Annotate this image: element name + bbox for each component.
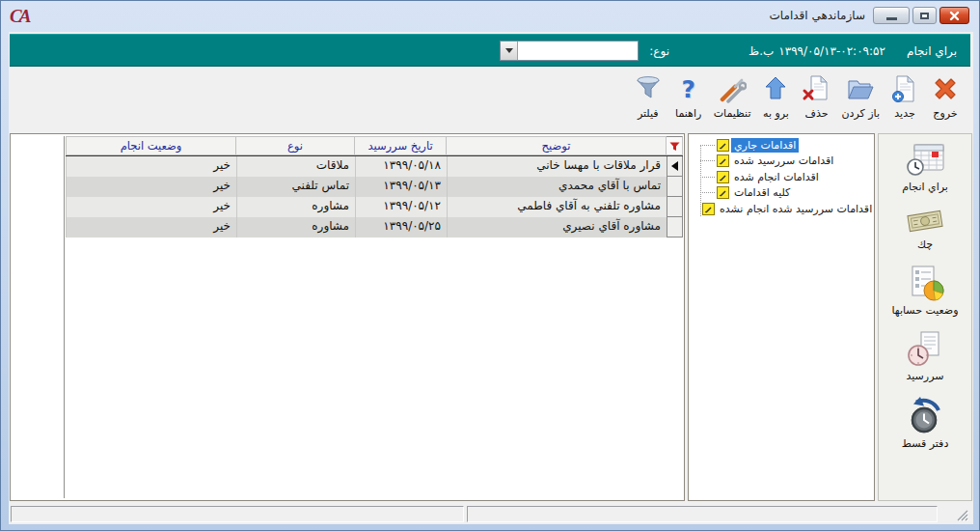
table-row[interactable]: قرار ملاقات با مهسا خاني ۱۳۹۹/۰۵/۱۸ ملاق…	[66, 156, 683, 177]
sidebar-item-cheque[interactable]: چك	[904, 206, 946, 251]
delete-button[interactable]: حذف	[796, 71, 836, 122]
row-indicator	[667, 197, 683, 217]
settings-button[interactable]: تنظيمات	[709, 71, 756, 122]
header-bar: براي انجام ب.ظ ۱۳۹۹/۰۵/۱۳-۰۲:۰۹:۵۲ نوع:	[10, 34, 970, 67]
column-header-type[interactable]: نوع	[236, 136, 355, 155]
tree-item-due-not-done[interactable]: اقدامات سررسيد شده انجام نشده	[692, 201, 871, 217]
cell-description[interactable]: تماس با آقاي محمدي	[447, 177, 667, 197]
new-button[interactable]: جديد	[885, 71, 925, 122]
row-indicator	[667, 177, 683, 197]
column-header-status[interactable]: وضعيت انجام	[66, 136, 236, 155]
tree-item-due-actions[interactable]: اقدامات سررسيد شده	[692, 154, 871, 170]
app-window: CA سازماندهي اقدامات براي انجام ب.ظ ۱۳۹۹…	[0, 0, 980, 531]
clock-history-icon	[904, 395, 946, 435]
cell-due-date[interactable]: ۱۳۹۹/۰۵/۱۲	[355, 197, 447, 217]
tasks-grid: توضيح تاريخ سررسيد نوع وضعيت انجام قرار …	[66, 136, 683, 238]
resize-grip[interactable]	[956, 509, 969, 522]
minimize-icon	[886, 17, 897, 20]
close-button[interactable]	[939, 7, 969, 24]
open-button[interactable]: باز كردن	[836, 71, 885, 122]
tasks-grid-panel: توضيح تاريخ سررسيد نوع وضعيت انجام قرار …	[10, 133, 685, 501]
note-icon	[717, 139, 729, 152]
cell-due-date[interactable]: ۱۳۹۹/۰۵/۱۸	[355, 156, 447, 177]
type-combobox[interactable]	[500, 41, 639, 61]
status-bar	[10, 504, 970, 524]
cell-due-date[interactable]: ۱۳۹۹/۰۵/۱۳	[355, 177, 447, 197]
sidebar-item-accounts-status[interactable]: وضعيت حسابها	[891, 264, 958, 317]
tree-trunk-line	[700, 146, 701, 216]
help-button[interactable]: ? راهنما	[668, 71, 709, 122]
filter-funnel-small-icon	[669, 141, 680, 152]
chevron-down-icon	[505, 48, 513, 53]
table-row[interactable]: تماس با آقاي محمدي ۱۳۹۹/۰۵/۱۳ تماس تلفني…	[66, 177, 683, 197]
current-row-triangle-icon	[671, 161, 678, 171]
note-icon	[717, 186, 729, 199]
cell-description[interactable]: مشاوره تلفني به آقاي فاطمي	[447, 197, 667, 217]
column-header-description[interactable]: توضيح	[447, 136, 667, 155]
status-segment-left	[11, 506, 464, 522]
table-row[interactable]: مشاوره آقاي نصيري ۱۳۹۹/۰۵/۲۵ مشاوره خير	[66, 217, 683, 238]
filter-funnel-icon	[633, 73, 664, 104]
column-header-due-date[interactable]: تاريخ سررسيد	[355, 136, 447, 155]
goto-button[interactable]: برو به	[755, 71, 796, 122]
status-segment-right	[467, 506, 938, 522]
note-icon	[702, 203, 715, 215]
close-icon	[949, 11, 960, 21]
cell-status[interactable]: خير	[66, 197, 236, 217]
document-clock-icon	[904, 329, 946, 368]
accounts-pie-icon	[904, 264, 946, 302]
cell-due-date[interactable]: ۱۳۹۹/۰۵/۲۵	[355, 217, 447, 238]
settings-tools-icon	[717, 73, 748, 104]
toolbar: خروج جديد باز كردن حذف برو به	[10, 67, 970, 133]
navigation-sidebar: براي انجام چك	[878, 133, 972, 501]
tree-item-current-actions[interactable]: اقدامات جاري	[692, 137, 871, 154]
new-document-icon	[889, 73, 920, 104]
tree-item-done-actions[interactable]: اقدامات انجام شده	[692, 169, 871, 185]
cell-status[interactable]: خير	[66, 177, 236, 197]
cell-description[interactable]: مشاوره آقاي نصيري	[447, 217, 667, 238]
table-row[interactable]: مشاوره تلفني به آقاي فاطمي ۱۳۹۹/۰۵/۱۲ مش…	[66, 197, 683, 217]
app-logo: CA	[10, 6, 28, 27]
calendar-clock-icon	[904, 140, 946, 179]
current-row-indicator	[667, 156, 683, 177]
banknote-icon	[904, 206, 946, 237]
categories-tree-panel: اقدامات جاري اقدامات سررسيد شده اقدامات …	[688, 133, 875, 501]
open-folder-icon	[845, 73, 876, 104]
sidebar-item-todo[interactable]: براي انجام	[902, 140, 948, 193]
grid-left-border-line	[64, 136, 65, 498]
goto-arrow-icon	[760, 73, 791, 104]
todo-status-label: براي انجام	[907, 44, 957, 58]
combobox-dropdown-button[interactable]	[501, 42, 518, 60]
cell-status[interactable]: خير	[66, 217, 236, 238]
note-icon	[717, 171, 729, 183]
cell-description[interactable]: قرار ملاقات با مهسا خاني	[447, 156, 667, 177]
note-icon	[717, 154, 729, 167]
cell-status[interactable]: خير	[66, 156, 236, 177]
delete-icon	[801, 73, 831, 104]
type-label: نوع:	[649, 44, 669, 58]
maximize-button[interactable]	[912, 7, 937, 24]
categories-tree: اقدامات جاري اقدامات سررسيد شده اقدامات …	[692, 137, 871, 497]
cell-type[interactable]: مشاوره	[236, 217, 355, 238]
grid-header-row: توضيح تاريخ سررسيد نوع وضعيت انجام	[66, 136, 683, 156]
datetime-label: ب.ظ ۱۳۹۹/۰۵/۱۳-۰۲:۰۹:۵۲	[749, 44, 885, 58]
cell-type[interactable]: مشاوره	[236, 197, 355, 217]
exit-button[interactable]: خروج	[925, 71, 966, 122]
filter-button[interactable]: فيلتر	[628, 71, 668, 122]
datetime-ampm: ب.ظ	[749, 44, 774, 58]
sidebar-item-installment-book[interactable]: دفتر قسط	[902, 395, 949, 450]
tree-item-all-actions[interactable]: كليه اقدامات	[692, 185, 871, 202]
type-combobox-value[interactable]	[518, 42, 638, 60]
cell-type[interactable]: ملاقات	[236, 156, 355, 177]
title-bar[interactable]: CA سازماندهي اقدامات	[1, 1, 979, 32]
maximize-icon	[920, 13, 929, 19]
exit-icon	[930, 73, 961, 104]
datetime-digits: ۱۳۹۹/۰۵/۱۳-۰۲:۰۹:۵۲	[778, 44, 885, 58]
sidebar-item-due[interactable]: سررسيد	[904, 329, 946, 382]
row-indicator	[667, 217, 683, 238]
cell-type[interactable]: تماس تلفني	[236, 177, 355, 197]
grid-filter-header-cell[interactable]	[667, 136, 683, 155]
help-question-icon: ?	[673, 73, 704, 104]
window-title: سازماندهي اقدامات	[770, 9, 865, 22]
minimize-button[interactable]	[873, 7, 910, 24]
